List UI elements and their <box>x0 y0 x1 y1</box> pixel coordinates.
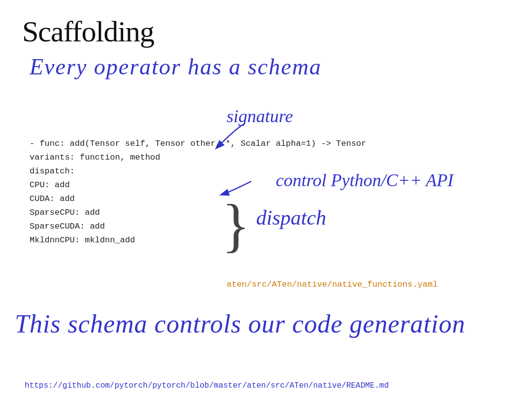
bottom-link[interactable]: https://github.com/pytorch/pytorch/blob/… <box>25 381 389 390</box>
code-line-2: variants: function, method <box>30 151 366 165</box>
control-label: control Python/C++ API <box>276 170 454 191</box>
page-title: Scaffolding <box>22 15 512 49</box>
headline: Every operator has a schema <box>30 54 512 80</box>
code-block: - func: add(Tensor self, Tensor other, *… <box>30 137 366 247</box>
signature-label: signature <box>227 106 293 127</box>
code-line-1: - func: add(Tensor self, Tensor other, *… <box>30 137 366 151</box>
code-line-8: MkldnnCPU: mkldnn_add <box>30 233 366 247</box>
bottom-headline: This schema controls our code generation <box>15 309 466 338</box>
slide: Scaffolding Every operator has a schema … <box>0 0 532 399</box>
code-line-5: CUDA: add <box>30 192 366 206</box>
dispatch-label: dispatch <box>256 206 326 230</box>
filepath: aten/src/ATen/native/native_functions.ya… <box>227 280 437 289</box>
